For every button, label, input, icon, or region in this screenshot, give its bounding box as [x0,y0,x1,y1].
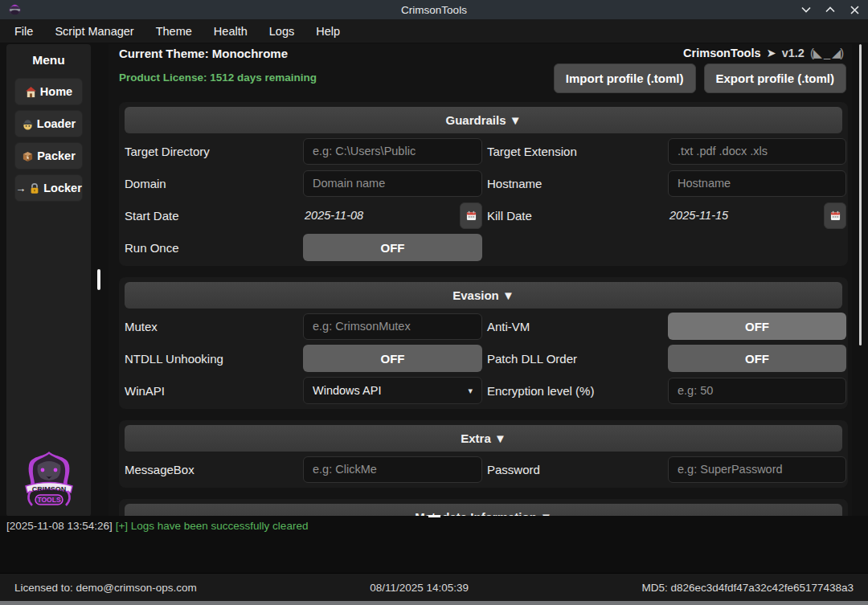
active-arrow: → [15,182,26,194]
minimize-button[interactable] [797,2,815,18]
main-content: Current Theme: Monochrome CrimsonTools ➤… [108,44,852,516]
ntdll-unhooking-toggle[interactable]: OFF [303,345,482,372]
sidebar-item-label: Locker [43,182,82,194]
winapi-selected-value: Windows API [313,384,381,397]
target-extension-label: Target Extension [482,145,668,158]
calendar-icon [830,211,841,221]
spy-icon [22,118,34,130]
app-logo-icon [7,2,23,17]
domain-input[interactable] [303,170,482,197]
content-header: Current Theme: Monochrome CrimsonTools ➤… [119,44,848,102]
window-title: CrimsonTools [0,4,868,16]
hostname-input[interactable] [668,170,846,197]
brand-version: CrimsonTools ➤ v1.2 (◣ _ ◢) [683,47,843,59]
extra-section: Extra ▼ MessageBox Password [119,420,848,488]
sidebar-item-loader[interactable]: Loader [14,110,83,137]
messagebox-input[interactable] [303,456,482,483]
password-label: Password [482,463,668,476]
close-button[interactable] [845,2,863,18]
section-clip-marker [428,515,440,517]
crimson-tools-logo: CRIMSON TOOLS [19,449,79,512]
winapi-label: WinAPI [125,384,303,398]
menu-logs[interactable]: Logs [269,25,294,38]
extra-section-header[interactable]: Extra ▼ [125,425,842,452]
winapi-select[interactable]: Windows API ▾ [303,377,482,404]
run-once-toggle[interactable]: OFF [303,234,482,261]
anti-vm-label: Anti-VM [482,320,668,333]
password-input[interactable] [668,456,846,483]
menu-script-manager[interactable]: Script Manager [55,25,133,38]
metadata-section: Metadata Information ▼ [119,499,848,516]
licensed-to-label: Licensed to: demo@crimson-ops.com [14,582,197,594]
statusbar-md5: MD5: d826ec3d4fdf47a32c42fe65177438a3 [642,582,854,594]
menu-theme[interactable]: Theme [156,25,192,38]
sidebar-item-label: Home [40,85,72,98]
titlebar: CrimsonTools [0,0,868,19]
version-face-glyph: (◣ _ ◢) [810,47,843,59]
lock-icon [29,182,40,194]
window-bottom-border [0,601,868,605]
start-date-label: Start Date [125,209,303,223]
sidebar: Menu Home Loader Packer → [6,44,91,517]
arrow-right-icon: ➤ [767,47,776,59]
log-console[interactable]: [2025-11-08 13:54:26] [+] Logs have been… [0,516,868,573]
close-icon [850,6,859,14]
run-once-label: Run Once [125,241,303,255]
guardrails-section-header[interactable]: Guardrails ▼ [125,107,842,133]
kill-date-value: 2025-11-15 [669,209,728,222]
sidebar-item-label: Loader [37,117,76,130]
target-extension-input[interactable] [668,138,846,165]
domain-label: Domain [125,177,303,190]
encryption-level-input[interactable] [668,378,846,404]
mutex-input[interactable] [303,313,482,340]
messagebox-label: MessageBox [125,463,303,476]
current-theme-label: Current Theme: Monochrome [119,47,288,60]
evasion-section-header[interactable]: Evasion ▼ [125,282,842,309]
kill-date-label: Kill Date [482,209,668,223]
version-label: v1.2 [782,47,805,59]
menubar: File Script Manager Theme Health Logs He… [0,19,868,43]
svg-text:TOOLS: TOOLS [37,496,60,504]
patch-dll-order-label: Patch DLL Order [482,352,668,366]
menu-file[interactable]: File [14,25,33,38]
sidebar-title: Menu [6,53,91,67]
home-icon [25,86,37,98]
log-message: [+] Logs have been successfully cleared [116,520,309,532]
license-status: Product License: 1512 days remaining [119,72,317,84]
kill-date-field: 2025-11-15 [668,202,846,229]
chevron-up-icon [825,6,835,13]
start-date-field: 2025-11-08 [303,202,482,229]
menu-health[interactable]: Health [214,25,248,38]
sidebar-item-locker[interactable]: → Locker [14,174,83,202]
statusbar-datetime: 08/11/2025 14:05:39 [370,582,469,594]
statusbar: Licensed to: demo@crimson-ops.com 08/11/… [0,573,868,601]
target-directory-label: Target Directory [125,145,303,158]
import-profile-button[interactable]: Import profile (.toml) [554,63,696,93]
sidebar-item-label: Packer [37,149,76,162]
calendar-icon [466,211,477,221]
export-profile-button[interactable]: Export profile (.toml) [704,63,847,93]
brand-name: CrimsonTools [683,47,760,59]
start-date-value: 2025-11-08 [305,209,363,222]
right-scrollbar-thumb[interactable] [859,44,862,345]
sidebar-item-home[interactable]: Home [14,78,83,105]
chevron-down-icon [801,6,811,13]
menu-help[interactable]: Help [316,25,340,38]
kill-date-calendar-button[interactable] [824,202,846,229]
package-icon [22,150,34,162]
left-scrollbar-thumb[interactable] [97,269,100,290]
sidebar-item-packer[interactable]: Packer [14,142,83,170]
anti-vm-toggle[interactable]: OFF [668,313,846,340]
hostname-label: Hostname [482,177,668,190]
start-date-calendar-button[interactable] [460,202,482,229]
evasion-section: Evasion ▼ Mutex Anti-VM OFF NTDLL Unhook… [119,277,848,409]
ntdll-unhooking-label: NTDLL Unhooking [125,352,303,366]
guardrails-section: Guardrails ▼ Target Directory Target Ext… [119,102,848,266]
patch-dll-order-toggle[interactable]: OFF [668,345,846,372]
target-directory-input[interactable] [303,138,482,165]
metadata-section-header[interactable]: Metadata Information ▼ [125,504,842,516]
svg-text:CRIMSON: CRIMSON [31,485,66,493]
maximize-button[interactable] [821,2,839,18]
mutex-label: Mutex [125,320,303,333]
chevron-down-icon: ▾ [468,386,473,396]
